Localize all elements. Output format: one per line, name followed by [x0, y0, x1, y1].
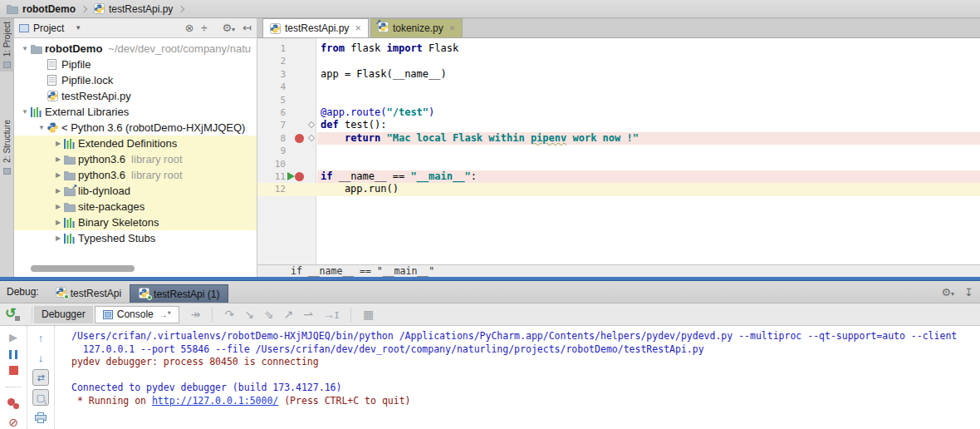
chevron-right-icon[interactable]: ▶: [52, 219, 64, 226]
tree-item-python3-6[interactable]: ▶python3.6library root: [14, 151, 257, 167]
scroll-to-end-icon[interactable]: ▢↓: [32, 391, 49, 404]
editor-tab-testrestapi-py[interactable]: testRestApi.py✕: [262, 18, 369, 37]
code-line-5: 5: [257, 94, 980, 106]
line-number[interactable]: 4: [257, 81, 286, 92]
tree-item-python-3-6-robotdemo-hxjmjqeq[interactable]: ▼< Python 3.6 (robotDemo-HXjMJQEQ): [14, 120, 257, 136]
tree-item-python3-6[interactable]: ▶python3.6library root: [14, 167, 257, 183]
chevron-right-icon[interactable]: ▶: [52, 140, 64, 147]
gear-icon[interactable]: ⚙▾: [222, 22, 235, 34]
python-logo-icon: [47, 122, 61, 133]
line-number[interactable]: 5: [257, 95, 286, 106]
mute-breakpoints-icon[interactable]: ⊘: [8, 416, 18, 429]
breakpoint-icon[interactable]: [295, 134, 304, 143]
debug-label: Debug:: [7, 286, 39, 298]
chevron-right-icon[interactable]: ▶: [52, 203, 64, 210]
horizontal-scrollbar[interactable]: [31, 265, 135, 272]
close-icon[interactable]: ✕: [449, 24, 456, 32]
tree-item-pipfile-lock[interactable]: Pipfile.lock: [14, 72, 257, 88]
line-number[interactable]: 9: [257, 145, 286, 156]
line-number[interactable]: 6: [257, 107, 286, 118]
code-line-12: 12 app.run(): [257, 183, 980, 195]
chevron-right-icon[interactable]: ▶: [52, 171, 64, 179]
tree-item-extended-definitions[interactable]: ▶Extended Definitions: [14, 136, 257, 151]
view-breakpoints-icon[interactable]: [7, 398, 19, 409]
debug-view-tab-debugger[interactable]: Debugger: [34, 306, 93, 323]
tree-item-robotdemo[interactable]: ▼robotDemo~/dev/dev_root/company/natu: [14, 41, 257, 57]
python-file-icon: [94, 3, 105, 14]
chevron-down-icon[interactable]: ▼: [19, 108, 31, 116]
rerun-button[interactable]: ↺: [5, 307, 22, 322]
chevron-down-icon[interactable]: ▼: [19, 45, 31, 52]
debug-session-tab[interactable]: testRestApi (1): [130, 284, 228, 303]
soft-wrap-icon[interactable]: ⇄: [32, 371, 49, 384]
line-number[interactable]: 2: [257, 56, 286, 67]
tool-window-button[interactable]: 1: Project: [0, 18, 14, 72]
step-over-icon[interactable]: ↷: [224, 308, 234, 321]
debug-session-tab[interactable]: testRestApi: [47, 284, 130, 303]
project-title-group[interactable]: Project ▼: [19, 22, 184, 34]
breadcrumb-item[interactable]: robotDemo: [7, 3, 76, 15]
stop-icon[interactable]: [9, 366, 18, 375]
debug-view-tab-console[interactable]: Console→*: [95, 306, 179, 323]
stack-down-icon[interactable]: ↓: [38, 351, 44, 364]
tree-item-lib-dynload[interactable]: ▶↗lib-dynload: [14, 183, 257, 199]
console-link[interactable]: http://127.0.0.1:5000/: [152, 395, 278, 407]
file-icon: [47, 59, 61, 70]
line-number[interactable]: 7: [257, 120, 286, 131]
code-editor[interactable]: 1from flask import Flask23app = Flask(__…: [257, 38, 980, 264]
tree-item-site-packages[interactable]: ▶site-packages: [14, 199, 257, 214]
tree-item-binary-skeletons[interactable]: ▶Binary Skeletons: [14, 214, 257, 230]
tool-window-button[interactable]: 2: Structure: [0, 116, 14, 178]
close-icon[interactable]: ✕: [355, 24, 361, 32]
separator: [350, 308, 351, 322]
chevron-right-icon: [178, 5, 184, 12]
folder-icon: [64, 202, 78, 212]
folder-icon: [64, 170, 78, 180]
debug-body: ▶⊘ ↑↓⇄▢↓ /Users/crifan/.virtualenvs/robo…: [0, 326, 980, 429]
library-icon: [31, 107, 45, 117]
hide-left-icon[interactable]: ↤: [243, 22, 252, 34]
run-to-cursor-icon[interactable]: ⇀: [303, 308, 313, 321]
debug-console-output[interactable]: /Users/crifan/.virtualenvs/robotDemo-HXj…: [55, 326, 980, 429]
line-number[interactable]: 1: [257, 43, 286, 54]
print-icon[interactable]: [35, 411, 47, 424]
folder-icon: [64, 155, 78, 165]
breakpoint-icon[interactable]: [295, 172, 304, 181]
editor-tab-tokenize-py[interactable]: ↗tokenize.py✕: [370, 18, 463, 37]
chevron-down-icon[interactable]: ▼: [36, 124, 47, 131]
step-into-icon[interactable]: ↘: [244, 308, 254, 321]
chevron-right-icon[interactable]: ▶: [52, 187, 64, 195]
fold-marker-icon[interactable]: [308, 121, 315, 128]
project-header-icons: ⊗÷⚙▾↤: [184, 22, 252, 34]
chevron-right-icon[interactable]: ▶: [52, 234, 64, 242]
pause-icon[interactable]: [9, 350, 17, 359]
output-marker: →*: [159, 310, 171, 319]
stack-up-icon[interactable]: ↑: [38, 331, 44, 344]
library-icon: [64, 234, 78, 244]
line-number[interactable]: 3: [257, 69, 286, 80]
step-out-icon[interactable]: ↗: [284, 308, 294, 321]
resume-icon[interactable]: ▶: [9, 331, 17, 343]
tree-item-pipfile[interactable]: Pipfile: [14, 57, 257, 72]
breadcrumb-item[interactable]: testRestApi.py: [94, 3, 173, 15]
tree-item-typeshed-stubs[interactable]: ▶Typeshed Stubs: [14, 230, 257, 246]
line-number[interactable]: 12: [257, 184, 286, 195]
tree-item-external-libraries[interactable]: ▼External Libraries: [14, 104, 257, 120]
gear-icon[interactable]: ⚙▾: [941, 286, 954, 298]
line-number[interactable]: 10: [257, 159, 286, 170]
python-file-icon: [47, 91, 61, 101]
line-number[interactable]: 8: [257, 133, 286, 144]
show-execution-point-icon[interactable]: ↠: [191, 308, 201, 321]
view-as-table-icon[interactable]: ▦: [363, 308, 374, 321]
hide-down-icon[interactable]: ↧: [964, 286, 973, 298]
collapse-all-icon[interactable]: ÷: [201, 22, 207, 34]
tree-item-testrestapi-py[interactable]: testRestApi.py: [14, 88, 257, 104]
evaluate-icon[interactable]: →ɪ: [323, 308, 339, 321]
locate-icon[interactable]: ⊗: [184, 22, 194, 34]
code-line-3: 3app = Flask(__name__): [257, 68, 980, 81]
step-into-my-code-icon[interactable]: ⇘: [264, 308, 274, 321]
fold-marker-icon[interactable]: [308, 135, 315, 141]
chevron-right-icon[interactable]: ▶: [52, 155, 64, 163]
console-actions-toolbar: ↑↓⇄▢↓: [27, 326, 55, 429]
line-number[interactable]: 11: [257, 171, 286, 182]
